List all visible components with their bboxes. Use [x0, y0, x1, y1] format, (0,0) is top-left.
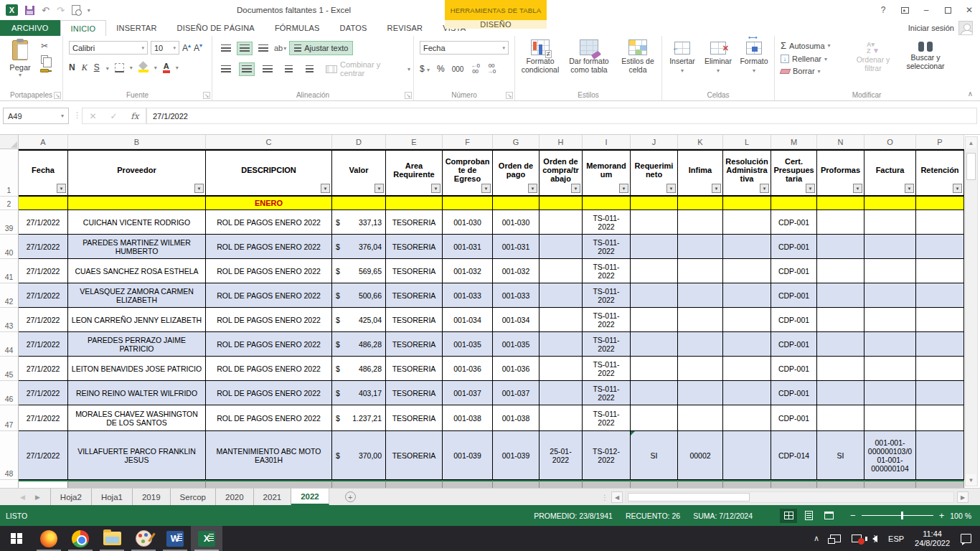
month-cell-G[interactable]: [493, 197, 540, 210]
cell-H44[interactable]: [540, 332, 583, 357]
header-cell-E[interactable]: Area Requirente▼: [386, 149, 443, 197]
cell-A39[interactable]: 27/1/2022: [19, 210, 68, 235]
zoom-out-icon[interactable]: −: [850, 511, 856, 520]
header-cell-H[interactable]: Orden de compra/trabajo▼: [540, 149, 583, 197]
cell-C43[interactable]: ROL DE PAGOS ENERO 2022: [206, 308, 332, 332]
month-cell-I[interactable]: [583, 197, 631, 210]
normal-view-icon[interactable]: [780, 509, 797, 523]
font-size-select[interactable]: 10▾: [151, 41, 179, 55]
cell-N39[interactable]: [817, 210, 864, 235]
filter-button[interactable]: ▼: [905, 184, 914, 193]
cell-A48[interactable]: 27/1/2022: [19, 431, 68, 480]
network-icon[interactable]: [830, 534, 841, 542]
wrap-text-button[interactable]: Ajustar texto: [289, 41, 353, 55]
cell-I47[interactable]: TS-011-2022: [583, 405, 631, 431]
cell-E45[interactable]: TESORERIA: [386, 357, 443, 381]
cell-H43[interactable]: [540, 308, 583, 332]
percent-icon[interactable]: %: [437, 64, 445, 74]
cell-L44[interactable]: [723, 332, 771, 357]
help-icon[interactable]: ?: [872, 0, 894, 20]
cell-L40[interactable]: [723, 235, 771, 259]
cell-E47[interactable]: TESORERIA: [386, 405, 443, 431]
cell-I41[interactable]: TS-011-2022: [583, 259, 631, 283]
cell-J47[interactable]: [631, 405, 678, 431]
column-header-P[interactable]: P: [916, 135, 964, 149]
cell-A44[interactable]: 27/1/2022: [19, 332, 68, 357]
cell-K41[interactable]: [678, 259, 723, 283]
increase-decimal-icon[interactable]: ←000: [471, 63, 479, 75]
collapse-ribbon-icon[interactable]: ∧: [968, 90, 973, 98]
column-header-C[interactable]: C: [206, 135, 332, 149]
cell-K40[interactable]: [678, 235, 723, 259]
row-number[interactable]: [0, 480, 19, 488]
cell-M40[interactable]: CDP-001: [771, 235, 817, 259]
cell-K42[interactable]: [678, 283, 723, 308]
sheet-prev-icon[interactable]: ◀: [20, 494, 25, 501]
cell-C46[interactable]: ROL DE PAGOS ENERO 2022: [206, 381, 332, 405]
cell-I43[interactable]: TS-011-2022: [583, 308, 631, 332]
column-header-M[interactable]: M: [771, 135, 817, 149]
month-cell-D[interactable]: [332, 197, 386, 210]
fill-color-icon[interactable]: [138, 62, 149, 72]
header-cell-M[interactable]: Cert. Presupuestaria▼: [771, 149, 817, 197]
row-number[interactable]: 42: [0, 283, 19, 308]
sort-filter-button[interactable]: A▾Z ▼ Ordenar y filtrar: [850, 42, 896, 72]
header-cell-F[interactable]: Comprobante de Egreso▼: [443, 149, 493, 197]
cell-F47[interactable]: 001-038: [443, 405, 493, 431]
cell-E41[interactable]: TESORERIA: [386, 259, 443, 283]
month-cell-P[interactable]: [916, 197, 964, 210]
cell-D48[interactable]: $370,00: [332, 431, 386, 480]
tab-fórmulas[interactable]: FÓRMULAS: [265, 20, 330, 36]
column-header-K[interactable]: K: [678, 135, 723, 149]
scroll-right-icon[interactable]: ▶: [957, 491, 969, 503]
cell-N43[interactable]: [817, 308, 864, 332]
cell-D47[interactable]: $1.237,21: [332, 405, 386, 431]
filter-button[interactable]: ▼: [528, 184, 537, 193]
header-cell-K[interactable]: Infima▼: [678, 149, 723, 197]
cell-C39[interactable]: ROL DE PAGOS ENERO 2022: [206, 210, 332, 235]
month-cell-E[interactable]: [386, 197, 443, 210]
conditional-formatting-button[interactable]: Formato condicional: [517, 39, 564, 74]
cell-J40[interactable]: [631, 235, 678, 259]
header-cell-O[interactable]: Factura▼: [864, 149, 916, 197]
cell-N41[interactable]: [817, 259, 864, 283]
cell-G40[interactable]: 001-031: [493, 235, 540, 259]
cell-O47[interactable]: [864, 405, 916, 431]
cell-A43[interactable]: 27/1/2022: [19, 308, 68, 332]
filter-button[interactable]: ▼: [374, 184, 384, 193]
cell-M42[interactable]: CDP-001: [771, 283, 817, 308]
cell-A45[interactable]: 27/1/2022: [19, 357, 68, 381]
column-header-J[interactable]: J: [631, 135, 678, 149]
cut-icon[interactable]: ✂: [41, 42, 48, 50]
month-cell-F[interactable]: [443, 197, 493, 210]
cell-L45[interactable]: [723, 357, 771, 381]
header-cell-G[interactable]: Orden de pago▼: [493, 149, 540, 197]
scroll-left-icon[interactable]: ◀: [611, 491, 623, 503]
month-cell-M[interactable]: [771, 197, 817, 210]
filter-button[interactable]: ▼: [481, 184, 491, 193]
cell-I45[interactable]: TS-011-2022: [583, 357, 631, 381]
align-bottom-icon[interactable]: [255, 42, 271, 55]
new-sheet-icon[interactable]: +: [345, 491, 356, 502]
cell-G47[interactable]: 001-038: [493, 405, 540, 431]
column-header-A[interactable]: A: [19, 135, 68, 149]
cell-L47[interactable]: [723, 405, 771, 431]
orientation-icon[interactable]: ab▾: [274, 44, 286, 52]
align-top-icon[interactable]: [218, 42, 234, 55]
cell-O39[interactable]: [864, 210, 916, 235]
cell-G42[interactable]: 001-033: [493, 283, 540, 308]
formula-input[interactable]: 27/1/2022: [146, 108, 977, 124]
cell-G39[interactable]: 001-030: [493, 210, 540, 235]
align-left-icon[interactable]: [218, 62, 233, 76]
filter-button[interactable]: ▼: [431, 184, 440, 193]
cancel-icon[interactable]: ✕: [89, 111, 96, 121]
cell-O44[interactable]: [864, 332, 916, 357]
redo-icon[interactable]: ↷: [57, 6, 65, 15]
tab-diseño[interactable]: DISEÑO: [445, 20, 547, 29]
cell-F46[interactable]: 001-037: [443, 381, 493, 405]
cell-D46[interactable]: $403,17: [332, 381, 386, 405]
cell-G44[interactable]: 001-035: [493, 332, 540, 357]
cell-K48[interactable]: 00002: [678, 431, 723, 480]
cell-G41[interactable]: 001-032: [493, 259, 540, 283]
header-cell-P[interactable]: Retención▼: [916, 149, 964, 197]
